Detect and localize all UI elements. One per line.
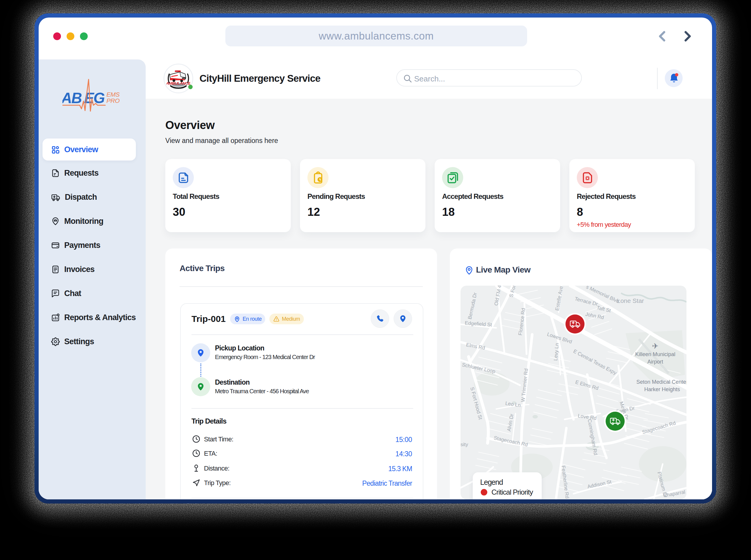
- svg-text:Killeen Municipal: Killeen Municipal: [635, 351, 675, 357]
- svg-text:sity: sity: [460, 442, 468, 447]
- svg-text:Airport: Airport: [647, 359, 663, 365]
- svg-text:EMS: EMS: [106, 91, 120, 98]
- svg-text:PRO: PRO: [106, 97, 120, 104]
- svg-text:Seton Medical Center: Seton Medical Center: [636, 379, 687, 385]
- svg-text:AB: AB: [62, 90, 82, 106]
- svg-text:Harker Heights: Harker Heights: [644, 386, 680, 392]
- svg-text:✈: ✈: [652, 342, 658, 351]
- svg-text:Lone Star: Lone Star: [617, 297, 644, 304]
- svg-text:AMBULANCE: AMBULANCE: [166, 81, 190, 86]
